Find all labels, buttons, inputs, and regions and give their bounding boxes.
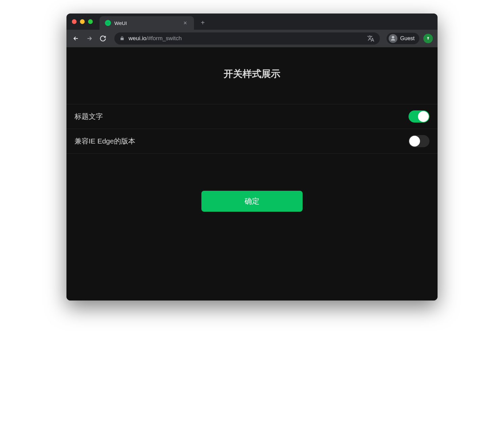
- tab-title: WeUI: [114, 20, 178, 26]
- window-close-button[interactable]: [72, 19, 77, 24]
- page-title: 开关样式展示: [66, 68, 438, 80]
- window-controls: [72, 19, 93, 24]
- switch-cell: 标题文字: [66, 104, 438, 129]
- switch-cell: 兼容IE Edge的版本: [66, 129, 438, 154]
- browser-toolbar: weui.io/#form_switch Guest: [66, 30, 438, 47]
- browser-tab[interactable]: WeUI ×: [100, 16, 194, 30]
- reload-button[interactable]: [98, 34, 108, 43]
- profile-chip[interactable]: Guest: [387, 33, 419, 44]
- confirm-button[interactable]: 确定: [201, 191, 303, 212]
- update-badge[interactable]: [423, 34, 433, 43]
- tab-bar: WeUI × +: [66, 14, 438, 30]
- page-content: 开关样式展示 标题文字 兼容IE Edge的版本 确定: [66, 47, 438, 301]
- close-icon[interactable]: ×: [182, 20, 189, 27]
- switch-cells: 标题文字 兼容IE Edge的版本: [66, 104, 438, 154]
- cell-label: 标题文字: [75, 112, 103, 121]
- back-button[interactable]: [71, 34, 81, 43]
- wechat-icon: [105, 20, 111, 26]
- new-tab-button[interactable]: +: [198, 18, 207, 27]
- translate-icon[interactable]: [367, 35, 374, 42]
- switch-knob: [418, 111, 429, 122]
- svg-point-0: [107, 23, 108, 23]
- cell-label: 兼容IE Edge的版本: [75, 136, 135, 146]
- browser-window: WeUI × + weui.io/#form_switch: [66, 14, 438, 301]
- button-area: 确定: [66, 154, 438, 212]
- svg-point-1: [108, 23, 109, 23]
- profile-label: Guest: [400, 35, 415, 42]
- window-minimize-button[interactable]: [80, 19, 85, 24]
- forward-button[interactable]: [85, 34, 94, 43]
- switch-toggle[interactable]: [409, 110, 429, 123]
- switch-knob: [409, 136, 420, 147]
- url-text: weui.io/#form_switch: [129, 35, 182, 42]
- address-bar[interactable]: weui.io/#form_switch: [114, 32, 380, 45]
- window-maximize-button[interactable]: [88, 19, 93, 24]
- lock-icon: [120, 36, 124, 42]
- switch-toggle[interactable]: [409, 135, 429, 147]
- avatar-icon: [389, 34, 397, 43]
